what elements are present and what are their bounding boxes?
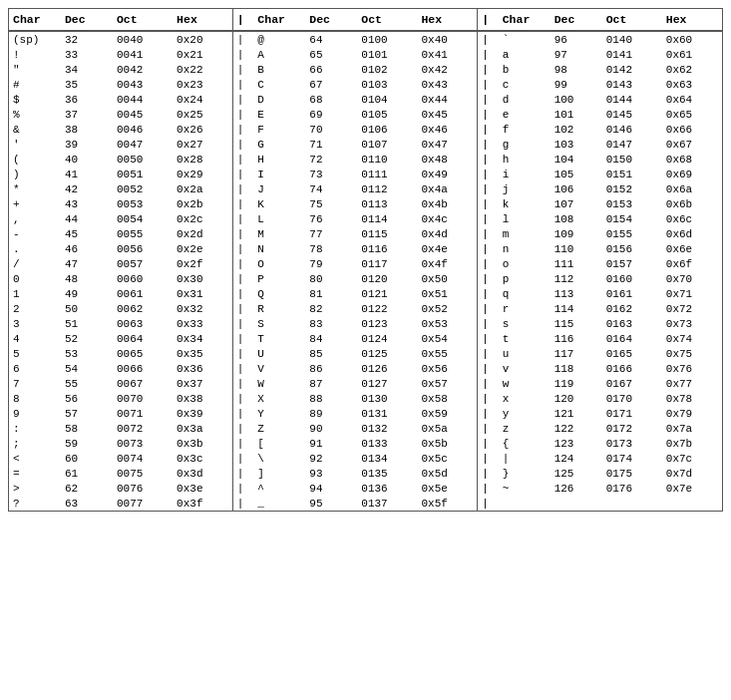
table-cell: 0141 (602, 47, 662, 62)
table-cell: 0134 (357, 451, 417, 466)
table-cell: } (499, 466, 550, 481)
table-cell: 0x7d (662, 466, 722, 481)
table-cell: 0117 (357, 256, 417, 271)
table-cell: 0146 (602, 122, 662, 137)
table-cell: 60 (61, 451, 113, 466)
table-cell: 0x5d (417, 466, 477, 481)
table-cell: 120 (550, 391, 602, 406)
table-row: ;5900730x3b|[9101330x5b|{12301730x7b (9, 436, 722, 451)
table-cell: , (9, 211, 61, 226)
table-cell: 0x76 (662, 361, 722, 376)
table-cell: 96 (550, 31, 602, 47)
table-cell: | (478, 167, 499, 181)
table-cell: 0x55 (417, 346, 477, 361)
table-cell: 0052 (113, 181, 173, 196)
table-cell: T (253, 331, 305, 346)
header-oct1: Oct (113, 9, 173, 31)
table-cell: s (499, 316, 550, 331)
table-cell: 0060 (113, 271, 173, 286)
table-cell: 0x22 (173, 62, 232, 77)
table-cell: 0x24 (173, 92, 232, 107)
table-cell: 0x23 (173, 77, 232, 92)
table-cell: 35 (61, 77, 113, 92)
table-cell: | (232, 301, 253, 316)
table-cell: Q (253, 286, 305, 301)
table-cell: ] (253, 466, 305, 481)
table-cell: 0162 (602, 301, 662, 316)
table-cell: = (9, 466, 61, 481)
table-cell: 78 (305, 241, 357, 256)
table-cell: ? (9, 496, 61, 511)
table-cell: | (478, 137, 499, 152)
table-cell: a (499, 47, 550, 62)
table-cell: t (499, 331, 550, 346)
table-row: "3400420x22|B6601020x42|b9801420x62 (9, 62, 722, 77)
table-cell: 0166 (602, 361, 662, 376)
table-cell: | (478, 496, 499, 511)
table-cell: 0167 (602, 376, 662, 391)
table-cell: 0176 (602, 481, 662, 496)
table-row: 14900610x31|Q8101210x51|q11301610x71 (9, 286, 722, 301)
table-cell: 0077 (113, 496, 173, 511)
table-cell: + (9, 196, 61, 211)
table-cell: | (478, 62, 499, 77)
table-cell: 0x44 (417, 92, 477, 107)
table-cell: 0072 (113, 421, 173, 436)
table-row: #3500430x23|C6701030x43|c9901430x63 (9, 77, 722, 92)
table-cell: | (232, 481, 253, 496)
table-cell: 0050 (113, 152, 173, 167)
table-cell: 0x5f (417, 496, 477, 511)
table-cell: 110 (550, 241, 602, 256)
table-cell: 90 (305, 421, 357, 436)
header-hex2: Hex (417, 9, 477, 31)
table-cell: 0104 (357, 92, 417, 107)
table-cell: | (232, 152, 253, 167)
table-cell: 0x48 (417, 152, 477, 167)
table-cell: | (478, 391, 499, 406)
table-cell: J (253, 181, 305, 196)
table-cell: 0x5b (417, 436, 477, 451)
table-cell: 0066 (113, 361, 173, 376)
table-cell: 0x5c (417, 451, 477, 466)
table-cell: > (9, 481, 61, 496)
table-cell: 0x45 (417, 107, 477, 122)
table-cell: 0x73 (662, 316, 722, 331)
table-cell: | (478, 47, 499, 62)
table-cell: 125 (550, 466, 602, 481)
table-cell: ~ (499, 481, 550, 496)
table-cell: 38 (61, 122, 113, 137)
table-cell: ( (9, 152, 61, 167)
table-cell: O (253, 256, 305, 271)
table-cell: | (232, 406, 253, 421)
table-cell: 7 (9, 376, 61, 391)
table-cell: 0114 (357, 211, 417, 226)
table-cell: 72 (305, 152, 357, 167)
table-cell: 0 (9, 271, 61, 286)
table-row: &3800460x26|F7001060x46|f10201460x66 (9, 122, 722, 137)
table-cell: | (478, 211, 499, 226)
table-cell: 48 (61, 271, 113, 286)
table-cell: | (232, 92, 253, 107)
table-cell: | (232, 496, 253, 511)
table-cell: 0127 (357, 376, 417, 391)
table-cell: 0x5e (417, 481, 477, 496)
table-cell: | (232, 346, 253, 361)
table-cell: | (478, 271, 499, 286)
table-cell: 119 (550, 376, 602, 391)
table-cell: 0105 (357, 107, 417, 122)
table-cell: 0062 (113, 301, 173, 316)
table-cell: 0100 (357, 31, 417, 47)
table-cell: x (499, 391, 550, 406)
header-oct2: Oct (357, 9, 417, 31)
table-cell: 33 (61, 47, 113, 62)
table-cell: 0047 (113, 137, 173, 152)
table-cell: n (499, 241, 550, 256)
table-cell: 53 (61, 346, 113, 361)
table-cell: 0x7e (662, 481, 722, 496)
table-cell: 0073 (113, 436, 173, 451)
table-cell: 0x2f (173, 256, 232, 271)
table-cell: 0x41 (417, 47, 477, 62)
table-cell: 0x35 (173, 346, 232, 361)
table-cell: 0171 (602, 406, 662, 421)
table-cell: 0043 (113, 77, 173, 92)
